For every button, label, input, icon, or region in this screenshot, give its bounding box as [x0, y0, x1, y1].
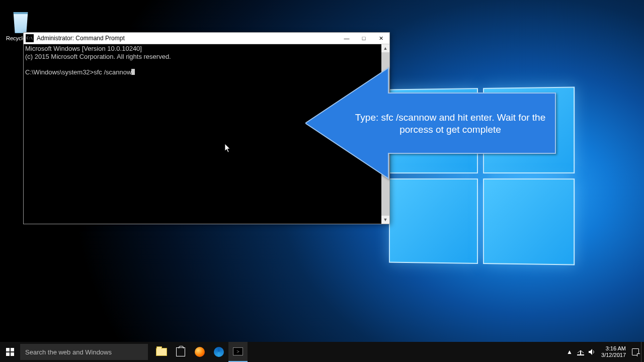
scroll-thumb[interactable]: [381, 52, 389, 216]
store-icon: [176, 347, 185, 356]
taskbar: Search the web and Windows ▲: [0, 342, 644, 362]
svg-rect-0: [577, 354, 584, 355]
clock[interactable]: 3:16 AM 3/12/2017: [597, 345, 630, 358]
scroll-up-icon[interactable]: ▲: [381, 44, 389, 52]
folder-icon: [156, 348, 167, 356]
system-tray: ▲ 3:16 AM 3/12/2017: [564, 342, 644, 362]
action-center-icon[interactable]: [630, 342, 641, 362]
volume-icon[interactable]: [586, 342, 597, 362]
tray-time: 3:16 AM: [601, 345, 626, 352]
search-input[interactable]: Search the web and Windows: [20, 344, 148, 360]
start-button[interactable]: [0, 342, 20, 362]
wallpaper-windows-logo: [389, 86, 575, 265]
titlebar[interactable]: Administrator: Command Prompt ― □ ✕: [24, 33, 389, 44]
firefox-icon: [195, 347, 205, 357]
maximize-button[interactable]: □: [355, 33, 372, 44]
taskbar-firefox[interactable]: [190, 342, 209, 362]
network-icon[interactable]: [575, 342, 586, 362]
taskbar-edge[interactable]: [209, 342, 228, 362]
tray-date: 3/12/2017: [601, 352, 626, 358]
taskbar-command-prompt[interactable]: [228, 342, 248, 362]
show-desktop-button[interactable]: [641, 342, 644, 362]
taskbar-file-explorer[interactable]: [152, 342, 171, 362]
command-prompt-window: Administrator: Command Prompt ― □ ✕ Micr…: [23, 32, 390, 224]
window-title: Administrator: Command Prompt: [37, 35, 338, 42]
close-button[interactable]: ✕: [372, 33, 389, 44]
cmd-app-icon: [26, 34, 34, 42]
minimize-button[interactable]: ―: [338, 33, 355, 44]
edge-icon: [214, 347, 224, 357]
scrollbar[interactable]: ▲ ▼: [381, 44, 389, 224]
taskbar-store[interactable]: [171, 342, 190, 362]
terminal-icon: [233, 347, 243, 355]
windows-logo-icon: [6, 348, 14, 356]
text-cursor: [131, 69, 135, 75]
terminal-output[interactable]: Microsoft Windows [Version 10.0.10240] (…: [24, 44, 381, 224]
tray-overflow-icon[interactable]: ▲: [564, 342, 575, 362]
desktop: Recycle Bin Administrator: Command Promp…: [0, 0, 644, 362]
scroll-down-icon[interactable]: ▼: [381, 216, 389, 224]
trash-icon: [11, 12, 30, 33]
